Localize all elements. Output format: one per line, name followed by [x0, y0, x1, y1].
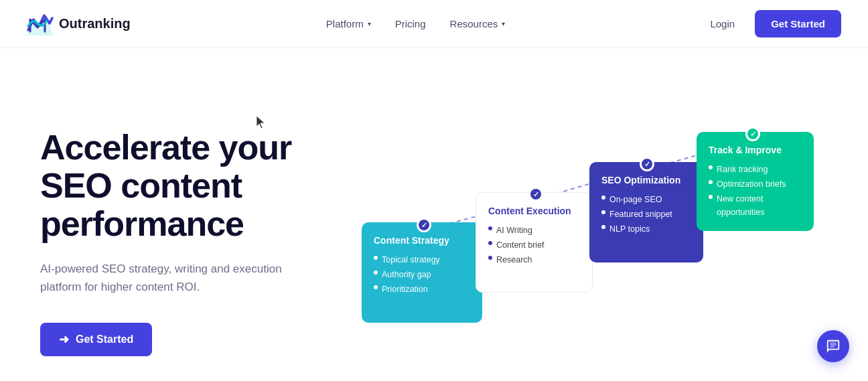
- hero-cta-button[interactable]: ➜ Get Started: [40, 323, 152, 356]
- progress-dot-1: [417, 218, 431, 232]
- logo-link[interactable]: Outranking: [27, 11, 131, 37]
- progress-dot-3: [640, 157, 654, 171]
- card-track-item-2: Optimization briefs: [709, 177, 802, 191]
- card-content-execution: Content Execution AI Writing Content bri…: [476, 192, 593, 293]
- dot-icon: [709, 165, 713, 169]
- dot-icon: [488, 256, 492, 260]
- nav-pricing[interactable]: Pricing: [386, 13, 435, 35]
- card-track-item-1: Rank tracking: [709, 163, 802, 176]
- card-track-item-3: New content opportunities: [709, 192, 802, 219]
- dot-icon: [374, 271, 378, 275]
- card-execution-item-1: AI Writing: [488, 224, 580, 237]
- hero-left: Accelerate your SEO content performance …: [40, 102, 362, 356]
- hero-title: Accelerate your SEO content performance: [40, 129, 362, 244]
- card-track-title: Track & Improve: [709, 143, 802, 157]
- card-execution-item-3: Research: [488, 253, 580, 266]
- card-seo-item-1: On-page SEO: [601, 193, 691, 206]
- dot-icon: [601, 225, 605, 229]
- card-seo-item-3: NLP topics: [601, 222, 691, 236]
- dot-icon: [488, 226, 492, 230]
- card-seo-title: SEO Optimization: [601, 173, 691, 187]
- nav-cta-button[interactable]: Get Started: [755, 10, 841, 37]
- hero-section: Accelerate your SEO content performance …: [0, 48, 868, 381]
- logo-text: Outranking: [59, 16, 131, 31]
- platform-chevron-icon: ▾: [368, 20, 371, 27]
- dot-icon: [374, 285, 378, 289]
- card-seo-item-2: Featured snippet: [601, 208, 691, 221]
- hero-diagram: Content Strategy Topical strategy Author…: [362, 88, 828, 381]
- dot-icon: [374, 256, 378, 260]
- arrow-icon: ➜: [59, 332, 69, 347]
- nav-resources[interactable]: Resources ▾: [441, 13, 515, 35]
- card-execution-title: Content Execution: [488, 204, 580, 218]
- card-seo-optimization: SEO Optimization On-page SEO Featured sn…: [589, 162, 703, 262]
- nav-links: Platform ▾ Pricing Resources ▾: [317, 13, 514, 35]
- chat-button[interactable]: [817, 330, 849, 362]
- dot-icon: [601, 210, 605, 214]
- card-strategy-title: Content Strategy: [374, 233, 470, 248]
- resources-chevron-icon: ▾: [502, 20, 505, 27]
- dot-icon: [709, 195, 713, 199]
- hero-subtitle: AI-powered SEO strategy, writing and exe…: [40, 260, 321, 296]
- logo-icon: [27, 11, 54, 37]
- card-track-improve: Track & Improve Rank tracking Optimizati…: [697, 132, 814, 231]
- progress-dot-4: [745, 127, 760, 141]
- card-content-strategy: Content Strategy Topical strategy Author…: [362, 222, 482, 323]
- dot-icon: [488, 241, 492, 245]
- progress-dot-2: [528, 187, 543, 202]
- nav-right: Login Get Started: [701, 10, 841, 37]
- chat-icon: [826, 339, 841, 354]
- dot-icon: [601, 196, 605, 200]
- card-strategy-item-2: Authority gap: [374, 268, 470, 281]
- card-strategy-item-1: Topical strategy: [374, 253, 470, 266]
- nav-platform[interactable]: Platform ▾: [317, 13, 380, 35]
- card-strategy-item-3: Prioritization: [374, 283, 470, 296]
- card-execution-item-2: Content brief: [488, 238, 580, 252]
- login-link[interactable]: Login: [701, 13, 744, 35]
- dot-icon: [709, 180, 713, 184]
- navigation: Outranking Platform ▾ Pricing Resources …: [0, 0, 868, 48]
